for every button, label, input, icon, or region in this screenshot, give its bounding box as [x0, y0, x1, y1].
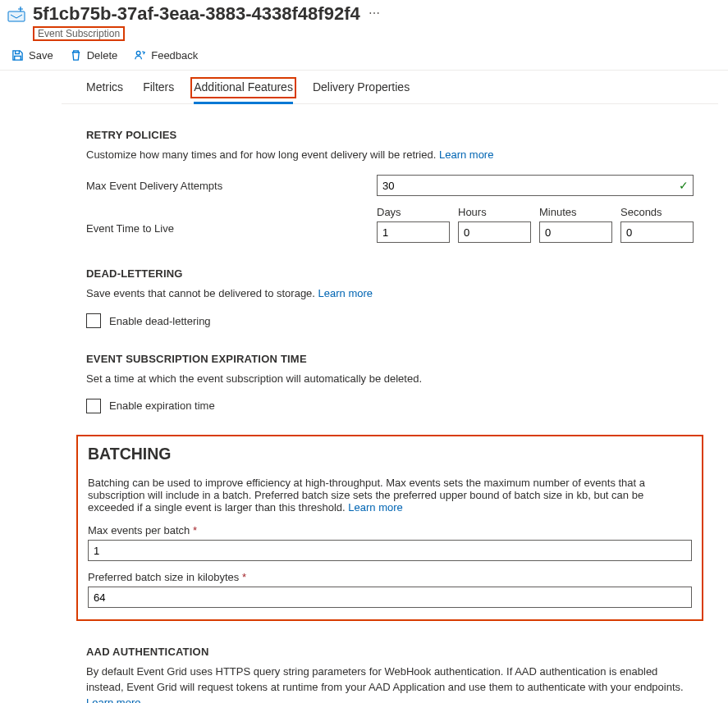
ttl-minutes-input[interactable] — [539, 221, 612, 243]
ttl-minutes-header: Minutes — [539, 206, 612, 218]
max-events-input[interactable] — [88, 540, 692, 561]
enable-expiration-checkbox[interactable] — [86, 399, 101, 413]
deadletter-learn-more-link[interactable]: Learn more — [318, 287, 373, 299]
svg-point-1 — [137, 52, 141, 56]
delete-button[interactable]: Delete — [70, 49, 118, 62]
tab-additional-features[interactable]: Additional Features — [194, 80, 293, 104]
ttl-days-input[interactable] — [377, 221, 450, 243]
pref-size-label: Preferred batch size in kilobytes — [88, 571, 239, 583]
deadletter-desc: Save events that cannot be delivered to … — [86, 287, 315, 299]
feedback-icon — [134, 49, 146, 62]
enable-deadletter-label: Enable dead-lettering — [109, 315, 211, 327]
deadletter-heading: DEAD-LETTERING — [86, 267, 694, 280]
retry-learn-more-link[interactable]: Learn more — [439, 148, 493, 161]
max-events-label: Max events per batch — [88, 524, 190, 536]
pref-size-input[interactable] — [88, 587, 692, 608]
trash-icon — [70, 49, 82, 62]
feedback-label: Feedback — [151, 49, 198, 62]
tab-bar: Metrics Filters Additional Features Deli… — [62, 71, 718, 104]
aad-desc: By default Event Grid uses HTTPS query s… — [86, 665, 684, 693]
ttl-seconds-header: Seconds — [620, 206, 694, 218]
more-actions-button[interactable]: ⋯ — [369, 7, 380, 20]
max-attempts-label: Max Event Delivery Attempts — [86, 180, 377, 192]
max-attempts-input[interactable] — [377, 175, 694, 196]
expiration-section: EVENT SUBSCRIPTION EXPIRATION TIME Set a… — [62, 353, 718, 413]
batching-section: BATCHING Batching can be used to improve… — [76, 435, 703, 621]
aad-section: AAD AUTHENTICATION By default Event Grid… — [62, 646, 718, 703]
dead-lettering-section: DEAD-LETTERING Save events that cannot b… — [62, 267, 718, 328]
tab-delivery-properties[interactable]: Delivery Properties — [313, 80, 410, 103]
aad-learn-more-link[interactable]: Learn more — [86, 696, 140, 703]
save-icon — [11, 49, 24, 62]
aad-heading: AAD AUTHENTICATION — [86, 646, 694, 658]
batching-heading: BATCHING — [88, 445, 692, 463]
ttl-days-header: Days — [377, 206, 450, 218]
save-button[interactable]: Save — [11, 49, 53, 62]
retry-heading: RETRY POLICIES — [86, 129, 694, 141]
save-label: Save — [29, 49, 53, 62]
delete-label: Delete — [87, 49, 118, 62]
enable-expiration-label: Enable expiration time — [109, 399, 215, 412]
feedback-button[interactable]: Feedback — [134, 49, 198, 62]
resource-type-label: Event Subscription — [33, 26, 125, 41]
enable-deadletter-checkbox[interactable] — [86, 313, 101, 328]
retry-policies-section: RETRY POLICIES Customize how many times … — [62, 129, 718, 243]
expiration-desc: Set a time at which the event subscripti… — [86, 372, 694, 387]
retry-desc: Customize how many times and for how lon… — [86, 148, 436, 161]
valid-check-icon: ✓ — [679, 179, 689, 192]
svg-rect-0 — [8, 11, 25, 21]
tab-metrics[interactable]: Metrics — [86, 80, 123, 103]
required-indicator: * — [242, 571, 246, 583]
required-indicator: * — [193, 524, 197, 536]
page-title: 5f1cb75b-37af-3eaa-3883-4338f48f92f4 — [33, 3, 360, 25]
tab-filters[interactable]: Filters — [143, 80, 174, 103]
event-subscription-icon — [7, 7, 26, 26]
ttl-label: Event Time to Live — [86, 206, 377, 235]
ttl-hours-header: Hours — [458, 206, 531, 218]
ttl-seconds-input[interactable] — [620, 221, 694, 243]
command-bar: Save Delete Feedback — [0, 41, 728, 71]
expiration-heading: EVENT SUBSCRIPTION EXPIRATION TIME — [86, 353, 694, 365]
batching-learn-more-link[interactable]: Learn more — [348, 501, 402, 514]
ttl-hours-input[interactable] — [458, 221, 531, 243]
